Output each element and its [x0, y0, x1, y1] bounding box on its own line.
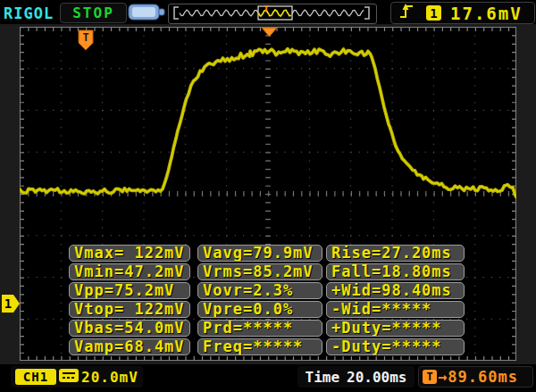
- measurement-vavg: Vavg=79.9mV: [197, 245, 322, 262]
- brand-logo: RIGOL: [4, 4, 54, 22]
- preview-left-bracket-icon: [174, 7, 179, 19]
- measurement-vmin: Vmin=47.2mV: [69, 263, 190, 280]
- rising-edge-icon: [399, 3, 414, 23]
- measurement-vmax: Vmax= 122mV: [69, 245, 190, 262]
- measurement-row: Vpp=75.2mV Vovr=2.3% +Wid=98.40ms: [69, 282, 465, 299]
- channel-1-marker: 1: [2, 295, 21, 316]
- channel-scale-box: CH1 20.0mV: [11, 366, 143, 388]
- measurement-row: Vmax= 122mV Vavg=79.9mV Rise=27.20ms: [69, 245, 465, 262]
- measurement-rise: Rise=27.20ms: [326, 245, 465, 262]
- preview-trigger-marker: T: [264, 4, 270, 15]
- measurement-nwid: -Wid=*****: [326, 301, 465, 318]
- measurement-pduty: +Duty=*****: [326, 320, 465, 337]
- measurement-row: Vtop= 122mV Vpre=0.0% -Wid=*****: [69, 301, 465, 318]
- measurement-vamp: Vamp=68.4mV: [69, 338, 190, 355]
- bottom-status-bar: CH1 20.0mV Time 20.00ms T →89.60ms: [0, 364, 536, 392]
- channel-scale-value: 20.0mV: [81, 369, 138, 386]
- run-status-indicator: STOP: [60, 3, 127, 23]
- measurement-nduty: -Duty=*****: [326, 338, 465, 355]
- measurement-pwid: +Wid=98.40ms: [326, 282, 465, 299]
- measurement-vbas: Vbas=54.0mV: [69, 320, 190, 337]
- measurement-row: Vmin=47.2mV Vrms=85.2mV Fall=18.80ms: [69, 263, 465, 280]
- measurement-vpre: Vpre=0.0%: [197, 301, 322, 318]
- timebase-box: Time 20.00ms: [297, 366, 415, 388]
- dc-coupling-icon: [59, 368, 79, 387]
- measurement-row: Vamp=68.4mV Freq=***** -Duty=*****: [69, 338, 465, 355]
- trigger-info-box: 1 17.6mV: [390, 2, 535, 24]
- measurement-row: Vbas=54.0mV Prd=***** +Duty=*****: [69, 320, 465, 337]
- trigger-level-value: 17.6mV: [450, 4, 523, 23]
- measurement-vpp: Vpp=75.2mV: [69, 282, 190, 299]
- waveform-memory-preview: T: [168, 4, 377, 24]
- measurement-vrms: Vrms=85.2mV: [197, 263, 322, 280]
- measurement-vtop: Vtop= 122mV: [69, 301, 190, 318]
- trigger-offset-box: T →89.60ms: [418, 366, 533, 388]
- measurement-prd: Prd=*****: [197, 320, 322, 337]
- trigger-offset-icon: T: [423, 370, 437, 384]
- timebase-label: Time: [306, 369, 340, 386]
- svg-text:1: 1: [4, 296, 12, 311]
- run-status-label: STOP: [72, 4, 114, 21]
- preview-right-bracket-icon: [364, 7, 369, 19]
- channel-badge: CH1: [15, 369, 56, 385]
- measurement-panel: Vmax= 122mV Vavg=79.9mV Rise=27.20ms Vmi…: [69, 245, 465, 357]
- battery-icon: [128, 3, 165, 25]
- trigger-source-badge: 1: [426, 5, 441, 21]
- measurement-freq: Freq=*****: [197, 338, 322, 355]
- measurement-vovr: Vovr=2.3%: [197, 282, 322, 299]
- trigger-offset-value: →89.60ms: [438, 368, 518, 386]
- measurement-fall: Fall=18.80ms: [326, 263, 465, 280]
- top-status-bar: RIGOL STOP T 1 17.6mV: [0, 0, 536, 24]
- timebase-value: 20.00ms: [347, 369, 406, 386]
